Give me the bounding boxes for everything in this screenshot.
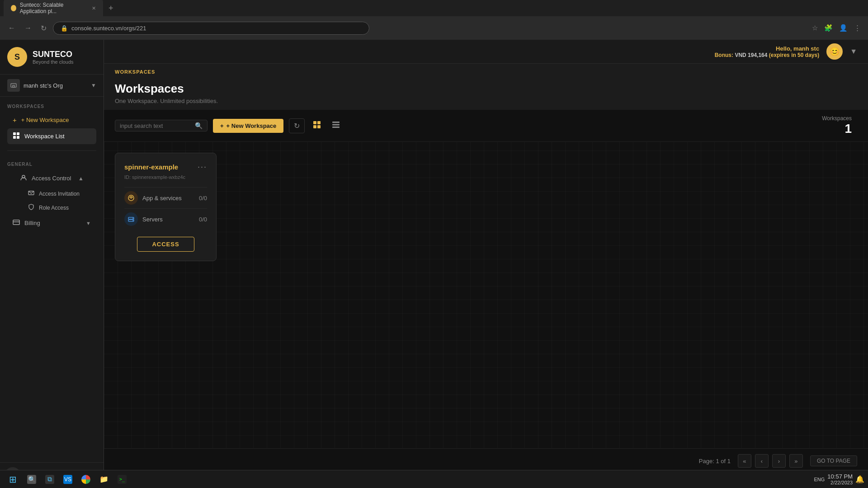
org-selector[interactable]: manh stc's Org ▼ [0, 75, 104, 97]
plus-icon: + [220, 122, 224, 129]
svg-point-20 [132, 218, 133, 219]
first-page-btn[interactable]: « [738, 454, 751, 468]
refresh-btn[interactable]: ↻ [289, 118, 305, 133]
workspace-app-services-row: App & services 0/0 [124, 187, 207, 208]
profile-btn[interactable]: 👤 [837, 22, 849, 34]
taskbar-vscode-icon: VS [63, 475, 72, 484]
forward-btn[interactable]: → [22, 22, 34, 34]
back-btn[interactable]: ← [5, 22, 18, 34]
taskbar-clock: 10:57 PM 2/22/2023 [827, 473, 853, 485]
reload-btn[interactable]: ↻ [38, 22, 49, 34]
go-to-page-btn[interactable]: GO TO PAGE [810, 455, 857, 466]
tab-title: Sunteco: Scalable Application pl... [20, 2, 88, 14]
content-area: 🔍 + + New Workspace ↻ [104, 110, 868, 488]
access-control-submenu: Access Invitation Role Access [7, 187, 96, 214]
svg-point-17 [131, 197, 132, 199]
servers-label: Servers [142, 216, 163, 223]
sidebar-item-access-control[interactable]: Access Control ▲ [14, 170, 89, 186]
taskbar-chrome-btn[interactable] [78, 472, 94, 487]
logo-icon: S [7, 47, 27, 67]
svg-point-21 [132, 220, 133, 221]
list-view-btn[interactable] [329, 119, 343, 133]
breadcrumb: WORKSPACES [115, 69, 857, 75]
org-name: manh stc's Org [24, 82, 87, 89]
sidebar-item-workspace-list[interactable]: Workspace List [7, 128, 96, 144]
org-icon [7, 79, 20, 92]
new-workspace-btn[interactable]: + + New Workspace [213, 119, 283, 133]
workspace-card-name: spinner-example [124, 163, 178, 171]
search-input[interactable] [120, 122, 192, 129]
workspace-card-header: spinner-example ··· [124, 162, 207, 172]
access-btn[interactable]: ACCESS [137, 237, 194, 252]
billing-dropdown-icon: ▼ [86, 221, 91, 226]
sidebar-item-new-workspace[interactable]: + + New Workspace [7, 113, 96, 127]
taskbar-terminal-icon: >_ [118, 475, 127, 484]
prev-page-btn[interactable]: ‹ [755, 454, 769, 468]
workspaces-section: WORKSPACES + + New Workspace Workspace L… [0, 97, 104, 147]
page-subtitle: One Workspace. Unlimited possibilities. [115, 98, 857, 104]
page-header: Workspaces One Workspace. Unlimited poss… [104, 75, 868, 110]
taskbar-chrome-icon [81, 475, 90, 484]
workspace-card-id: ID: spinnerexample-wxbz4c [124, 174, 207, 180]
taskbar-search-btn[interactable]: 🔍 [24, 472, 40, 487]
taskbar-notification-icon[interactable]: 🔔 [855, 475, 864, 483]
extensions-btn[interactable]: 🧩 [822, 22, 835, 34]
page-info: Page: 1 of 1 [699, 458, 731, 465]
search-icon[interactable]: 🔍 [195, 122, 203, 129]
sidebar: S SUNTECO Beyond the clouds manh stc's O… [0, 40, 104, 488]
svg-rect-9 [313, 121, 316, 124]
pagination-bar: Page: 1 of 1 « ‹ › » GO TO PAGE [104, 448, 868, 473]
tab-close-btn[interactable]: ✕ [92, 5, 96, 11]
taskbar-lang: ENG [814, 477, 825, 482]
svg-rect-3 [17, 132, 19, 135]
svg-rect-4 [13, 136, 16, 139]
access-control-toggle: ▲ [78, 175, 84, 182]
taskbar-search-icon: 🔍 [27, 475, 36, 484]
taskbar-terminal-btn[interactable]: >_ [114, 472, 130, 487]
search-box[interactable]: 🔍 [115, 120, 208, 131]
workspace-count-box: Workspaces 1 [822, 115, 852, 136]
org-dropdown-icon: ▼ [91, 82, 96, 89]
svg-rect-5 [17, 136, 19, 139]
taskbar-taskview-icon: ⧉ [45, 475, 54, 484]
header-bonus: Bonus: VND 194,164 (expires in 50 days) [715, 52, 819, 58]
workspace-servers-info: Servers [124, 212, 163, 226]
next-page-btn[interactable]: › [772, 454, 786, 468]
address-bar[interactable]: 🔒 console.sunteco.vn/orgs/221 [53, 22, 369, 35]
workspace-grid: spinner-example ··· ID: spinnerexample-w… [104, 142, 868, 448]
servers-count: 0/0 [199, 216, 207, 223]
taskbar-taskview-btn[interactable]: ⧉ [42, 472, 58, 487]
workspace-toolbar: 🔍 + + New Workspace ↻ [104, 110, 868, 142]
header-username: manh stc [793, 45, 819, 52]
svg-rect-12 [317, 125, 321, 128]
last-page-btn[interactable]: » [789, 454, 803, 468]
workspace-servers-row: Servers 0/0 [124, 208, 207, 230]
taskbar-file-btn[interactable]: 📁 [96, 472, 112, 487]
svg-rect-10 [317, 121, 321, 124]
svg-rect-13 [332, 122, 340, 123]
browser-tab[interactable]: Sunteco: Scalable Application pl... ✕ [4, 0, 103, 17]
sidebar-divider-1 [7, 150, 96, 151]
header-avatar[interactable]: 😊 [826, 43, 843, 60]
grid-view-btn[interactable] [310, 119, 324, 133]
app-services-icon [124, 191, 138, 205]
breadcrumb-bar: WORKSPACES [104, 64, 868, 75]
main-content: Hello, manh stc Bonus: VND 194,164 (expi… [104, 40, 868, 488]
taskbar-vscode-btn[interactable]: VS [60, 472, 76, 487]
workspace-card-menu-btn[interactable]: ··· [198, 162, 207, 172]
menu-btn[interactable]: ⋮ [852, 22, 863, 34]
app-services-label: App & services [142, 195, 182, 202]
new-tab-btn[interactable]: + [105, 3, 117, 14]
tab-favicon [11, 5, 16, 11]
bookmark-star-btn[interactable]: ☆ [810, 22, 820, 34]
taskbar-start-btn[interactable]: ⊞ [4, 472, 22, 487]
app-services-count: 0/0 [199, 195, 207, 202]
header-greeting: Hello, manh stc Bonus: VND 194,164 (expi… [715, 45, 819, 58]
sidebar-item-role-access[interactable]: Role Access [24, 201, 96, 214]
mail-icon [28, 190, 34, 197]
sidebar-item-access-invitation[interactable]: Access Invitation [24, 187, 96, 200]
svg-rect-1 [13, 85, 14, 87]
sidebar-item-billing[interactable]: Billing ▼ [7, 215, 96, 231]
header-dropdown-icon[interactable]: ▼ [850, 47, 857, 56]
general-section: GENERAL Access Control ▲ [0, 155, 104, 234]
